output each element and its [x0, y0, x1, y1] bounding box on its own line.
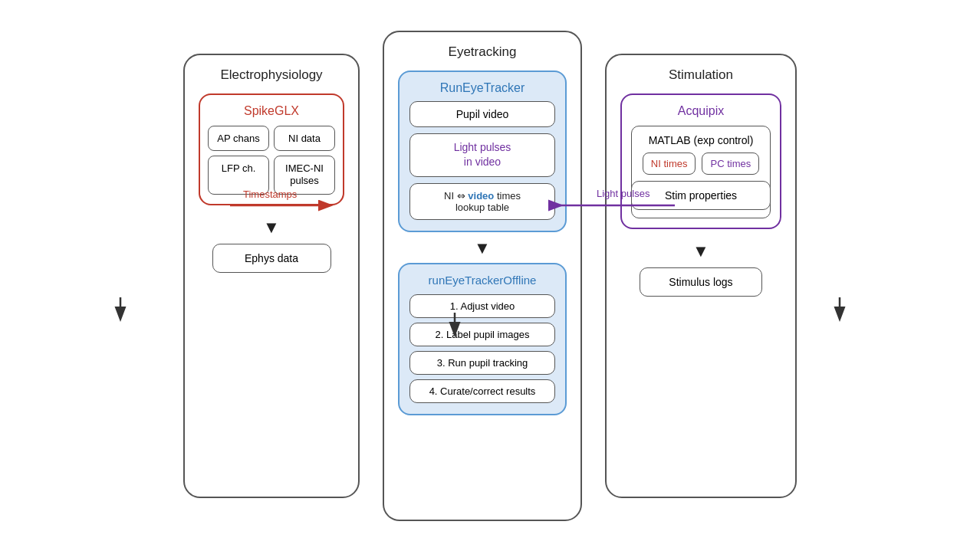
- acquipix-title: Acquipix: [678, 104, 724, 118]
- ephys-data-box: Ephys data: [212, 244, 331, 273]
- ni-video-box: NI ⇔ video times lookup table: [409, 183, 555, 220]
- electrophysiology-outer-box: Electrophysiology SpikeGLX AP chans NI d…: [183, 54, 360, 498]
- ni-text: NI ⇔: [444, 190, 468, 202]
- stimulus-logs-box: Stimulus logs: [640, 267, 762, 297]
- ephys-down-arrow: ▼: [263, 219, 280, 236]
- matlab-title: MATLAB (exp control): [649, 134, 754, 146]
- diagram-container: Timestamps Light pulses Electrophysiolog…: [0, 0, 980, 551]
- electrophysiology-title: Electrophysiology: [220, 67, 322, 83]
- pupil-video-box: Pupil video: [409, 101, 555, 127]
- step-3-box: 3. Run pupil tracking: [409, 351, 555, 375]
- ni-data-cell: NI data: [274, 126, 335, 151]
- run-eye-tracker-offline-box: runEyeTrackerOffline 1. Adjust video 2. …: [398, 263, 567, 415]
- times-text: times: [494, 190, 521, 202]
- acquipix-box: Acquipix MATLAB (exp control) NI times P…: [620, 93, 781, 229]
- light-pulses-box: Light pulses in video: [409, 133, 555, 177]
- eyetracking-title: Eyetracking: [449, 44, 517, 60]
- stim-down-arrow: ▼: [692, 243, 709, 260]
- spikeglx-grid: AP chans NI data LFP ch. IMEC-NI pulses: [208, 126, 335, 195]
- run-eye-tracker-title: RunEyeTracker: [440, 81, 525, 95]
- run-eye-tracker-box: RunEyeTracker Pupil video Light pulses i…: [398, 71, 567, 232]
- stimulation-column: Stimulation Acquipix MATLAB (exp control…: [605, 54, 797, 498]
- imec-ni-cell: IMEC-NI pulses: [274, 156, 335, 195]
- stimulation-outer-box: Stimulation Acquipix MATLAB (exp control…: [605, 54, 797, 498]
- eyetracking-column: Eyetracking RunEyeTracker Pupil video Li…: [383, 31, 582, 521]
- lookup-table-text: lookup table: [455, 202, 509, 213]
- eyetracking-outer-box: Eyetracking RunEyeTracker Pupil video Li…: [383, 31, 582, 521]
- step-4-box: 4. Curate/correct results: [409, 379, 555, 403]
- matlab-box: MATLAB (exp control) NI times PC times S…: [631, 126, 771, 218]
- spikeglx-box: SpikeGLX AP chans NI data LFP ch. IMEC-N…: [199, 93, 344, 206]
- video-text: video: [468, 190, 494, 202]
- stimulation-title: Stimulation: [669, 67, 733, 83]
- run-eye-tracker-offline-title: runEyeTrackerOffline: [429, 274, 537, 287]
- spikeglx-title: SpikeGLX: [244, 104, 299, 118]
- light-pulses-text: Light pulses in video: [454, 141, 511, 169]
- ap-chans-cell: AP chans: [208, 126, 269, 151]
- lfp-ch-cell: LFP ch.: [208, 156, 269, 195]
- ni-pc-row: NI times PC times: [643, 153, 759, 175]
- eyetrack-down-arrow: ▼: [474, 240, 491, 257]
- electrophysiology-column: Electrophysiology SpikeGLX AP chans NI d…: [183, 54, 360, 498]
- step-1-box: 1. Adjust video: [409, 294, 555, 318]
- ni-times-box: NI times: [643, 153, 696, 175]
- pc-times-box: PC times: [702, 153, 759, 175]
- step-2-box: 2. Label pupil images: [409, 323, 555, 346]
- stim-props-box: Stim properties: [631, 181, 771, 210]
